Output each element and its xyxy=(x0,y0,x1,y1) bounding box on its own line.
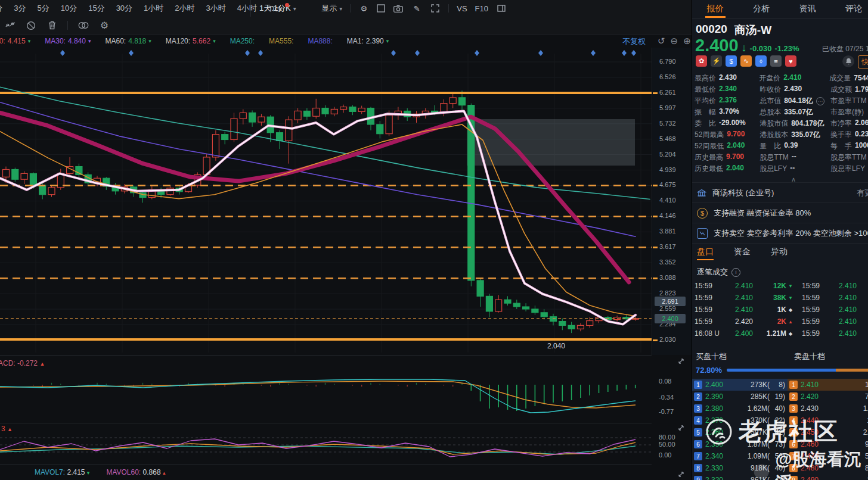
pane-resize-icon[interactable] xyxy=(677,424,685,432)
bid-order-count: 8) xyxy=(770,381,785,389)
tab-评论[interactable]: 评论 xyxy=(831,0,868,18)
depth-row[interactable]: 52.360597K(42)52.4502.21 xyxy=(692,426,868,438)
bid-cell[interactable]: 72.3401.09M(56) xyxy=(692,450,788,462)
settings-gear-icon[interactable]: ⚙ xyxy=(99,20,110,31)
depth-row[interactable]: 42.370370K(22)42.4401.5 xyxy=(692,414,868,426)
quick-order-button[interactable]: 快 xyxy=(858,55,868,68)
short-sell-banner[interactable]: 支持卖空 卖空参考利率 20% 卖空池剩余 >1000万 xyxy=(697,226,868,241)
macd-pane[interactable] xyxy=(0,355,652,423)
stat-item: 成交额1.79亿 xyxy=(830,85,868,95)
ask-cell[interactable]: 92.4901.9 xyxy=(788,474,868,480)
ask-level-badge: 8 xyxy=(789,464,798,472)
bid-cell[interactable]: 22.390285K(19) xyxy=(692,391,788,403)
pane-resize-icon[interactable] xyxy=(677,470,685,478)
timeframe-tab[interactable]: 10分 xyxy=(61,3,77,14)
main-candlestick-chart[interactable]: 2.040 xyxy=(0,48,652,355)
layout-panel-icon[interactable] xyxy=(496,3,507,14)
timeframe-tab[interactable]: 1小时 xyxy=(144,3,163,14)
f10-button[interactable]: F10 xyxy=(475,4,488,13)
pencil-icon[interactable]: ✎ xyxy=(411,3,422,14)
depth-row[interactable]: 22.390285K(19)22.420753 xyxy=(692,391,868,403)
adjust-mode-toggle[interactable]: 不复权 xyxy=(622,36,646,47)
vs-compare-button[interactable]: VS xyxy=(457,4,467,13)
ma-indicator-item[interactable]: MA888: xyxy=(308,37,332,45)
bid-level-badge: 9 xyxy=(694,476,702,480)
tab-资讯[interactable]: 资讯 xyxy=(785,0,831,18)
tab-报价[interactable]: 报价 xyxy=(692,0,739,18)
info-icon[interactable]: i xyxy=(731,268,740,277)
timeframe-tab[interactable]: 3分 xyxy=(14,3,26,14)
bid-cell[interactable]: 62.3501.87M(73) xyxy=(692,438,788,450)
pane-resize-icon[interactable] xyxy=(677,357,685,365)
ask-cell[interactable]: 62.460927 xyxy=(788,438,868,450)
trade-time: 15:59 xyxy=(802,306,829,314)
ask-cell[interactable]: 52.4502.21 xyxy=(788,426,868,438)
bid-cell[interactable]: 12.400273K(8) xyxy=(692,379,788,391)
bid-cell[interactable]: 52.360597K(42) xyxy=(692,426,788,438)
kline-type-selector[interactable]: 1天:1分K ▾ xyxy=(250,0,296,17)
price-axis[interactable]: 6.7906.5266.2615.9975.7325.4685.2044.939… xyxy=(652,48,692,355)
margin-banner[interactable]: $ 支持融资 融资保证金率 80% xyxy=(697,206,811,220)
stats-row: 历史最低2.040股息LFY--股息率LFY-- xyxy=(695,163,868,174)
ma-label: MA1: xyxy=(347,37,364,45)
depth-row[interactable]: 32.3801.62M(40)32.4301.15 xyxy=(692,403,868,414)
stat-value: 3.70% xyxy=(719,107,739,117)
ask-cell[interactable]: 42.4401.5 xyxy=(788,414,868,426)
compare-overlay-icon[interactable] xyxy=(78,20,89,31)
subtab-资金[interactable]: 资金 xyxy=(734,247,751,260)
depth-row[interactable]: 72.3401.09M(56)72.470583 xyxy=(692,450,868,462)
ma-indicator-item[interactable]: MA60:4.818▾ xyxy=(106,37,151,45)
ask-level-badge: 1 xyxy=(789,381,798,389)
fullscreen-icon[interactable] xyxy=(430,3,441,14)
depth-row[interactable]: 62.3501.87M(73)62.460927 xyxy=(692,438,868,450)
timeframe-tab[interactable]: 30分 xyxy=(116,3,132,14)
bid-price: 2.360 xyxy=(705,428,730,437)
ask-cell[interactable]: 82.480826 xyxy=(788,462,868,474)
subtab-盘口[interactable]: 盘口 xyxy=(697,247,714,260)
stat-label: 振 幅 xyxy=(695,107,716,117)
ask-cell[interactable]: 72.470583 xyxy=(788,450,868,462)
company-account-banner[interactable]: 商汤科技 (企业号) 有更新 xyxy=(697,186,774,200)
timeframe-tab[interactable]: 15分 xyxy=(88,3,104,14)
timeframe-tab[interactable]: 5分 xyxy=(37,3,49,14)
subtab-异动[interactable]: 异动 xyxy=(771,247,788,260)
trash-icon[interactable] xyxy=(46,20,57,31)
ma-indicator-item[interactable]: MA555: xyxy=(269,37,293,45)
zoom-out-icon[interactable]: ⊖ xyxy=(671,36,678,46)
indicator-tool-icon[interactable] xyxy=(5,20,16,31)
timeframe-tab[interactable]: 3小时 xyxy=(206,3,226,14)
chart-style-dropdown[interactable] xyxy=(377,4,385,13)
alert-bell-icon[interactable] xyxy=(842,55,854,67)
trade-price: 2.400 xyxy=(726,329,753,338)
hide-drawings-icon[interactable] xyxy=(26,20,36,31)
ma-indicator-item[interactable]: MA10:4.415▾ xyxy=(0,37,30,45)
ask-cell[interactable]: 12.410102 xyxy=(788,379,868,391)
bid-level-badge: 4 xyxy=(694,416,702,425)
ma-indicator-item[interactable]: MA120:5.662▾ xyxy=(166,37,216,45)
zoom-in-icon[interactable]: ⊕ xyxy=(683,36,691,46)
timeframe-tab[interactable]: 1分 xyxy=(0,3,2,14)
bid-cell[interactable]: 32.3801.62M(40) xyxy=(692,403,788,414)
depth-row[interactable]: 12.400273K(8)12.410102 xyxy=(692,379,868,391)
bid-cell[interactable]: 92.320861K(41) xyxy=(692,474,788,480)
timeframe-tab[interactable]: 2小时 xyxy=(175,3,194,14)
tab-分析[interactable]: 分析 xyxy=(739,0,785,18)
gear-icon[interactable]: ⚙ xyxy=(358,3,369,14)
ask-cell[interactable]: 32.4301.15 xyxy=(788,403,868,414)
ma-indicator-item[interactable]: MA30:4.840▾ xyxy=(45,37,91,45)
bid-cell[interactable]: 82.330918K(40) xyxy=(692,462,788,474)
camera-icon[interactable] xyxy=(393,3,404,14)
ask-cell[interactable]: 22.420753 xyxy=(788,391,868,403)
bid-cell[interactable]: 42.370370K(22) xyxy=(692,414,788,426)
oscillator-pane[interactable] xyxy=(0,423,652,465)
bid-price: 2.400 xyxy=(705,381,730,389)
depth-row[interactable]: 82.330918K(40)82.480826 xyxy=(692,462,868,474)
ma-indicator-item[interactable]: MA1:2.390▾ xyxy=(347,37,389,45)
depth-row[interactable]: 92.320861K(41)92.4901.9 xyxy=(692,474,868,480)
ma-indicator-item[interactable]: MA250: xyxy=(230,37,255,45)
undo-icon[interactable]: ↺ xyxy=(658,36,665,46)
display-dropdown[interactable]: 显示 ▾ xyxy=(322,3,343,14)
chevron-down-icon: ▾ xyxy=(293,5,296,12)
pane-divider xyxy=(0,465,652,465)
heart-icon[interactable]: ♥ xyxy=(785,55,796,67)
